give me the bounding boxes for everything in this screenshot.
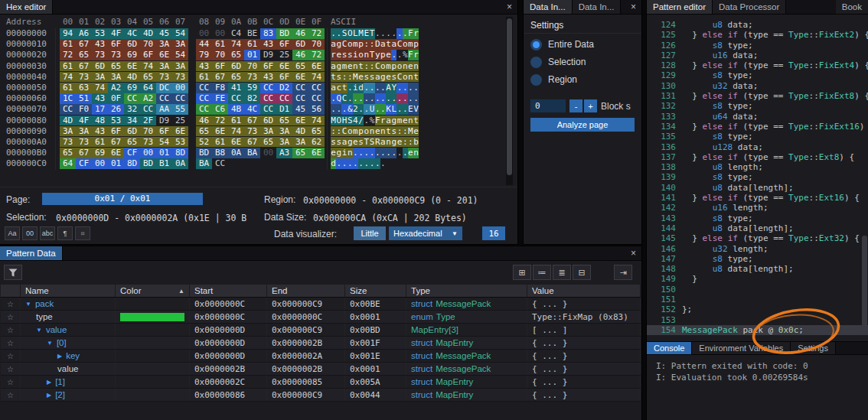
code-line[interactable]: 143 s8 type; xyxy=(647,213,868,223)
hex-byte[interactable]: 01 xyxy=(156,148,172,158)
ascii-char[interactable]: O xyxy=(348,28,353,39)
hex-byte[interactable]: 65 xyxy=(276,116,292,126)
hex-byte[interactable]: A3 xyxy=(276,148,292,158)
column-header-start[interactable]: Start xyxy=(190,285,267,297)
bytes-per-row-input[interactable]: 16 xyxy=(482,226,505,240)
code-line[interactable]: 146 u32 length; xyxy=(647,244,868,254)
ascii-char[interactable]: . xyxy=(341,158,347,169)
favorite-star-icon[interactable]: ☆ xyxy=(1,350,21,362)
ascii-char[interactable]: E xyxy=(408,104,413,115)
ascii-char[interactable]: n xyxy=(413,61,419,72)
code-line[interactable]: 130 u32 data; xyxy=(647,81,868,91)
hex-byte[interactable]: 73 xyxy=(108,50,124,60)
hex-byte[interactable]: 55 xyxy=(172,104,188,115)
ascii-char[interactable]: U xyxy=(369,104,374,115)
hex-byte[interactable]: 4B xyxy=(228,104,244,115)
hex-byte[interactable]: 63 xyxy=(76,83,92,93)
code-line[interactable]: 144 u8 data[length]; xyxy=(647,223,868,233)
hex-byte[interactable]: 6E xyxy=(172,126,188,137)
favorite-star-icon[interactable]: ☆ xyxy=(1,337,21,349)
hex-byte[interactable]: B8 xyxy=(212,148,228,158)
ascii-char[interactable]: . xyxy=(413,83,419,93)
collapse-arrow-icon[interactable]: ▼ xyxy=(47,340,53,347)
ascii-char[interactable]: 4 xyxy=(353,116,358,126)
hex-byte[interactable]: CC xyxy=(196,93,212,104)
ascii-char[interactable]: e xyxy=(375,126,380,137)
ascii-char[interactable]: . xyxy=(364,93,369,104)
ascii-char[interactable]: . xyxy=(364,116,369,126)
hex-byte[interactable]: CC xyxy=(308,83,325,93)
ascii-char[interactable]: . xyxy=(396,83,402,93)
ascii-char[interactable]: . xyxy=(364,148,369,158)
ascii-char[interactable]: . xyxy=(403,104,408,115)
hex-byte[interactable]: 69 xyxy=(92,148,108,158)
ascii-char[interactable]: : xyxy=(396,126,402,137)
ascii-char[interactable]: . xyxy=(358,148,364,158)
ascii-char[interactable]: g xyxy=(336,39,341,50)
radio-selection[interactable]: Selection xyxy=(530,56,586,68)
ascii-char[interactable]: a xyxy=(391,39,396,50)
ascii-char[interactable]: g xyxy=(348,137,353,148)
hex-footer-toggle-aa[interactable]: Aa xyxy=(5,226,20,240)
hex-byte[interactable]: 3A xyxy=(60,126,76,137)
ascii-char[interactable]: e xyxy=(348,61,353,72)
ascii-char[interactable]: s xyxy=(336,137,341,148)
ascii-char[interactable]: . xyxy=(353,158,358,169)
hex-byte[interactable]: 6D xyxy=(228,61,244,72)
hex-byte[interactable]: 67 xyxy=(76,148,92,158)
ascii-char[interactable]: C xyxy=(341,39,347,50)
ascii-char[interactable]: . xyxy=(348,83,353,93)
hex-byte[interactable]: 6E xyxy=(228,137,244,148)
hex-byte[interactable]: CC xyxy=(124,93,140,104)
hex-byte[interactable]: 2F xyxy=(140,116,156,126)
hex-byte[interactable]: 65 xyxy=(196,126,212,137)
ascii-char[interactable]: K xyxy=(386,104,391,115)
hex-byte[interactable]: 32 xyxy=(124,104,140,115)
ascii-char[interactable]: y xyxy=(375,50,380,60)
ascii-char[interactable]: F xyxy=(375,116,380,126)
code-line[interactable]: 154MessagePack pack @ 0x0c; xyxy=(647,325,868,335)
ascii-char[interactable]: . xyxy=(369,93,374,104)
endianness-toggle-button[interactable]: Little xyxy=(354,226,386,240)
hex-byte[interactable]: 61 xyxy=(60,83,76,93)
ascii-char[interactable]: . xyxy=(396,28,402,39)
ascii-char[interactable]: . xyxy=(380,93,386,104)
ascii-char[interactable]: . xyxy=(358,93,364,104)
hex-byte[interactable]: 46 xyxy=(196,116,212,126)
favorite-star-icon[interactable]: ☆ xyxy=(1,311,21,323)
hex-byte[interactable]: BA xyxy=(244,148,260,158)
tab-hex-editor[interactable]: Hex editor xyxy=(0,0,53,14)
hex-footer-toggle-item[interactable]: ¶ xyxy=(57,226,73,240)
ascii-char[interactable]: t xyxy=(386,39,391,50)
hex-editor-close-icon[interactable]: × xyxy=(501,2,517,12)
ascii-char[interactable]: . xyxy=(341,104,347,115)
ascii-char[interactable]: s xyxy=(331,137,336,148)
ascii-char[interactable]: n xyxy=(353,61,358,72)
ascii-char[interactable]: . xyxy=(391,50,396,60)
code-line[interactable]: 151 xyxy=(647,295,868,304)
pattern-row[interactable]: ☆▼value0x0000000D0x000000C90x00BDMapEntr… xyxy=(1,324,641,337)
ascii-char[interactable]: : xyxy=(369,61,374,72)
hex-byte[interactable]: 74 xyxy=(308,72,325,83)
data-information-close-icon[interactable]: × xyxy=(625,2,641,12)
ascii-char[interactable]: . xyxy=(369,83,374,93)
code-line[interactable]: 149 } xyxy=(647,274,868,284)
ascii-char[interactable]: T xyxy=(364,137,369,148)
hex-byte[interactable]: 3A xyxy=(92,72,108,83)
ascii-char[interactable]: . xyxy=(331,93,336,104)
hex-byte[interactable]: 00 xyxy=(172,83,188,93)
ascii-char[interactable]: e xyxy=(408,148,413,158)
code-line[interactable]: 152}; xyxy=(647,304,868,314)
ascii-char[interactable]: Y xyxy=(391,83,396,93)
hex-byte[interactable]: BE xyxy=(244,28,260,39)
hex-footer-toggle-00[interactable]: 00 xyxy=(22,226,38,240)
code-line[interactable]: 128 } else if (type == Type::FixExt4) { xyxy=(647,60,868,70)
hex-byte[interactable]: 67 xyxy=(76,39,92,50)
code-line[interactable]: 139 s8 type; xyxy=(647,172,868,182)
ascii-char[interactable]: n xyxy=(408,72,413,83)
analyze-page-button[interactable]: Analyze page xyxy=(530,118,635,132)
hex-byte[interactable]: CC xyxy=(212,158,228,169)
hex-byte[interactable]: 1C xyxy=(60,93,76,104)
hex-byte[interactable]: 3A xyxy=(292,137,308,148)
hex-byte[interactable]: 94 xyxy=(60,28,76,39)
